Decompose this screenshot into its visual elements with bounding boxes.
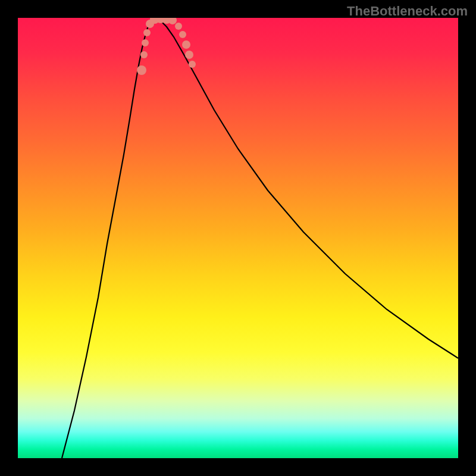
data-point-marker	[140, 51, 148, 58]
data-point-marker	[182, 40, 190, 49]
chart-markers	[18, 18, 458, 458]
data-point-marker	[179, 31, 186, 38]
data-point-marker	[185, 51, 193, 59]
data-point-marker	[189, 61, 196, 68]
data-point-marker	[143, 29, 151, 36]
data-point-marker	[142, 39, 149, 46]
chart-plot-area	[18, 18, 458, 458]
watermark-text: TheBottleneck.com	[347, 4, 468, 19]
data-point-marker	[137, 65, 146, 75]
data-point-marker	[175, 23, 182, 30]
